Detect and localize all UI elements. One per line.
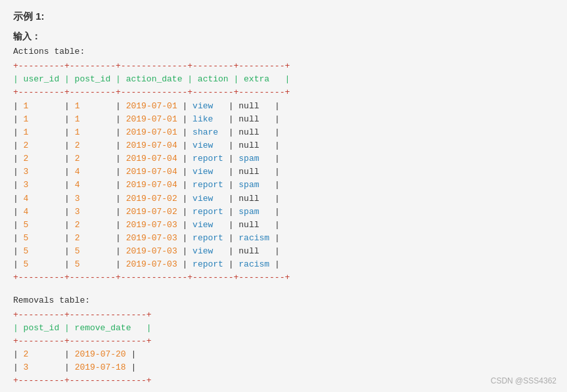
input-label: 输入： [13,31,554,43]
removals-table-label: Removals table: [13,294,554,307]
example-title: 示例 1: [13,11,554,23]
actions-table-label: Actions table: [13,45,554,58]
actions-table-block: Actions table: +---------+---------+----… [13,45,554,285]
removals-table-block: Removals table: +---------+-------------… [13,294,554,388]
watermark: CSDN @SSS4362 [491,376,556,385]
removals-table-content: +---------+---------------+ | post_id | … [13,309,554,388]
actions-table-content: +---------+---------+-------------+-----… [13,60,554,284]
